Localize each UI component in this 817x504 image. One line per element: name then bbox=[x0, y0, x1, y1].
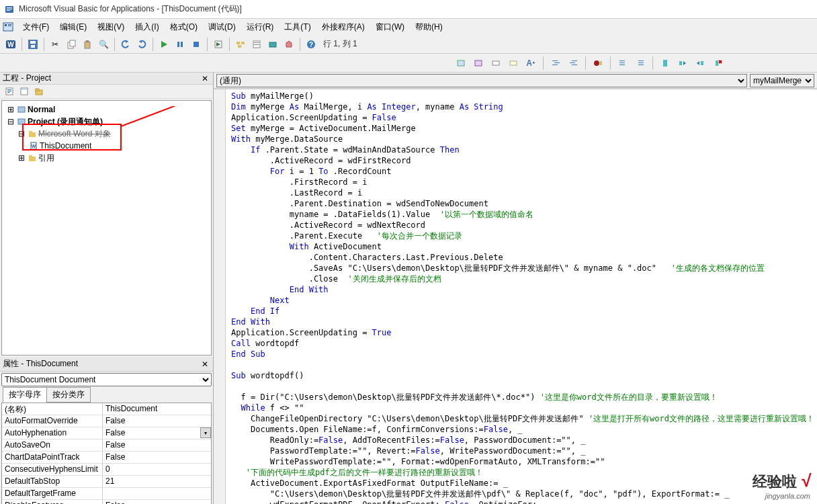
menu-format[interactable]: 格式(O) bbox=[165, 19, 203, 35]
svg-rect-26 bbox=[238, 45, 241, 48]
reset-icon[interactable] bbox=[189, 37, 204, 52]
minus-icon[interactable]: ⊟ bbox=[6, 117, 15, 126]
bookmark-toggle-icon[interactable] bbox=[658, 56, 673, 71]
dropdown-icon[interactable]: ▾ bbox=[200, 427, 211, 438]
undo-icon[interactable] bbox=[118, 37, 133, 52]
code-header: (通用) myMailMerge bbox=[214, 73, 817, 89]
tab-categorized[interactable]: 按分类序 bbox=[46, 387, 91, 403]
indent-icon[interactable] bbox=[548, 56, 563, 71]
menu-addins[interactable]: 外接程序(A) bbox=[316, 19, 370, 35]
code-editor[interactable]: Sub myMailMerge() Dim myMerge As MailMer… bbox=[214, 89, 817, 504]
tree-node-references[interactable]: ⊞ 引用 bbox=[5, 152, 208, 164]
property-name: ConsecutiveHyphensLimit bbox=[2, 464, 103, 475]
properties-grid[interactable]: (名称)ThisDocumentAutoFormatOverrideFalseA… bbox=[1, 403, 212, 504]
menu-view[interactable]: 视图(V) bbox=[92, 19, 130, 35]
system-menu-icon[interactable] bbox=[3, 22, 13, 32]
menu-help[interactable]: 帮助(H) bbox=[410, 19, 448, 35]
menu-run[interactable]: 运行(R) bbox=[241, 19, 280, 35]
close-icon[interactable]: ✕ bbox=[200, 73, 210, 84]
help-icon[interactable]: ? bbox=[304, 37, 318, 52]
code-margin[interactable] bbox=[214, 89, 226, 504]
project-tree[interactable]: ⊞ Normal ⊟ Project (录用通知单) ⊟ Microsoft W… bbox=[1, 100, 212, 355]
property-name: DisableFeatures bbox=[2, 500, 103, 504]
property-row[interactable]: AutoHyphenationFalse▾ bbox=[2, 427, 211, 439]
property-row[interactable]: AutoFormatOverrideFalse bbox=[2, 415, 211, 427]
menu-file[interactable]: 文件(F) bbox=[17, 19, 54, 35]
find-icon[interactable]: 🔍 bbox=[96, 37, 111, 52]
svg-rect-75 bbox=[29, 155, 32, 157]
object-browser-icon[interactable] bbox=[265, 37, 280, 52]
property-value[interactable]: False bbox=[103, 500, 211, 504]
properties-icon[interactable] bbox=[249, 37, 264, 52]
title-bar: Microsoft Visual Basic for Applications … bbox=[0, 0, 817, 19]
list-properties-icon[interactable] bbox=[454, 56, 468, 71]
bookmark-next-icon[interactable] bbox=[675, 56, 690, 71]
menu-edit[interactable]: 编辑(E) bbox=[54, 19, 92, 35]
property-row[interactable]: AutoSaveOnFalse bbox=[2, 439, 211, 452]
property-value[interactable]: False bbox=[103, 415, 211, 427]
break-icon[interactable] bbox=[173, 37, 187, 52]
property-row[interactable]: ChartDataPointTrackFalse bbox=[2, 452, 211, 464]
svg-marker-19 bbox=[161, 41, 167, 48]
paste-icon[interactable] bbox=[80, 37, 95, 52]
plus-icon[interactable]: ⊞ bbox=[17, 153, 26, 163]
outdent-icon[interactable] bbox=[566, 56, 580, 71]
toolbox-icon[interactable] bbox=[282, 37, 296, 52]
menu-window[interactable]: 窗口(W) bbox=[370, 19, 410, 35]
svg-rect-35 bbox=[475, 60, 482, 66]
folder-toggle-icon[interactable] bbox=[32, 85, 46, 98]
code-pane: (通用) myMailMerge Sub myMailMerge() Dim m… bbox=[214, 73, 817, 504]
save-icon[interactable] bbox=[26, 37, 40, 52]
plus-icon[interactable]: ⊞ bbox=[6, 105, 15, 114]
view-code-icon[interactable] bbox=[3, 85, 16, 98]
quick-info-icon[interactable] bbox=[488, 56, 503, 71]
property-value[interactable]: False bbox=[103, 452, 211, 463]
parameter-info-icon[interactable] bbox=[506, 56, 521, 71]
run-icon[interactable] bbox=[157, 37, 171, 52]
bookmark-clear-icon[interactable] bbox=[710, 56, 725, 71]
menu-insert[interactable]: 插入(I) bbox=[130, 19, 164, 35]
folder-icon bbox=[28, 153, 37, 163]
menu-tools[interactable]: 工具(T) bbox=[279, 19, 316, 35]
project-icon bbox=[17, 105, 26, 114]
view-object-icon[interactable] bbox=[17, 85, 31, 98]
menu-debug[interactable]: 调试(D) bbox=[203, 19, 241, 35]
property-name: AutoFormatOverride bbox=[2, 415, 103, 427]
property-row[interactable]: DefaultTabStop21 bbox=[2, 476, 211, 488]
list-constants-icon[interactable] bbox=[471, 56, 486, 71]
property-value[interactable]: 0 bbox=[103, 464, 211, 475]
property-row[interactable]: (名称)ThisDocument bbox=[2, 403, 211, 415]
view-word-icon[interactable]: W bbox=[3, 37, 18, 52]
svg-rect-2 bbox=[7, 9, 12, 9]
property-row[interactable]: DisableFeaturesFalse bbox=[2, 500, 211, 504]
property-row[interactable]: ConsecutiveHyphensLimit0 bbox=[2, 464, 211, 476]
properties-object-select[interactable]: ThisDocument Document bbox=[1, 373, 212, 386]
highlight-box bbox=[22, 124, 122, 151]
design-mode-icon[interactable] bbox=[211, 37, 226, 52]
complete-word-icon[interactable]: A+ bbox=[523, 56, 538, 71]
breakpoint-icon[interactable] bbox=[591, 56, 605, 71]
property-value[interactable]: ThisDocument bbox=[103, 403, 211, 415]
tree-node-normal[interactable]: ⊞ Normal bbox=[5, 103, 208, 116]
procedure-dropdown[interactable]: myMailMerge bbox=[750, 74, 814, 87]
svg-rect-5 bbox=[5, 24, 7, 26]
tab-alphabetic[interactable]: 按字母序 bbox=[3, 387, 47, 403]
object-dropdown[interactable]: (通用) bbox=[216, 74, 747, 87]
svg-rect-6 bbox=[8, 24, 11, 25]
comment-block-icon[interactable] bbox=[615, 56, 630, 71]
cut-icon[interactable]: ✂ bbox=[48, 37, 62, 52]
property-row[interactable]: DefaultTargetFrame bbox=[2, 488, 211, 500]
copy-icon[interactable] bbox=[64, 37, 79, 52]
close-icon[interactable]: ✕ bbox=[200, 359, 210, 370]
property-value[interactable]: 21 bbox=[103, 476, 211, 487]
property-value[interactable]: False bbox=[103, 439, 211, 451]
svg-rect-22 bbox=[194, 42, 199, 47]
uncomment-block-icon[interactable] bbox=[633, 56, 648, 71]
redo-icon[interactable] bbox=[134, 37, 149, 52]
project-explorer-icon[interactable] bbox=[233, 37, 248, 52]
property-value[interactable] bbox=[103, 488, 211, 499]
svg-rect-67 bbox=[36, 89, 39, 91]
svg-rect-15 bbox=[85, 42, 90, 48]
bookmark-prev-icon[interactable] bbox=[693, 56, 707, 71]
property-value[interactable]: False▾ bbox=[103, 427, 211, 439]
